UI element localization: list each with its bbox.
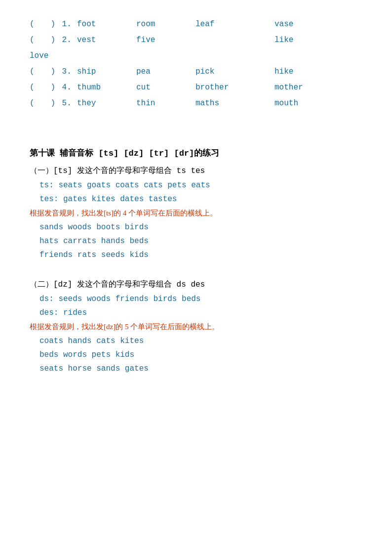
ts-line: ts: seats goats coats cats pets eats [30,181,362,190]
spacer-2 [30,264,362,279]
num-2: 2. [57,36,72,44]
word-3-2: pea [136,67,196,76]
word-4-1: thumb [77,83,136,92]
paren-open-2: ( [30,36,35,44]
word-2-1: vest [77,36,136,44]
word-5-4: mouth [274,99,298,108]
word-5-2: thin [136,99,196,108]
exercise-row-3: ( ) 3. ship pea pick hike [30,67,362,76]
word-2-2: five [136,36,196,44]
paren-close-1: ) [37,20,55,29]
exercise-row-1: ( ) 1. foot room leaf vase [30,20,362,29]
word-5-3: maths [196,99,274,108]
ts-practice-row-3: friends rats seeds kids [30,251,362,259]
lesson10-section: 第十课 辅音音标 [ts] [dz] [tr] [dr]的练习 （一）[ts] … [30,147,362,373]
ts-instruction: 根据发音规则，找出发[ts]的 4 个单词写在后面的横线上。 [30,209,362,218]
word-4-2: cut [136,83,196,92]
word-1-2: room [136,20,196,29]
dz-practice-row-3: seats horse sands gates [30,364,362,373]
ts-practice-row-2: hats carrats hands beds [30,237,362,246]
paren-close-3: ) [37,67,55,76]
paren-close-4: ) [37,83,55,92]
tes-line: tes: gates kites dates tastes [30,195,362,204]
word-2-4: like [274,36,293,44]
word-1-1: foot [77,20,136,29]
num-1: 1. [57,20,72,29]
ts-practice-row-1: sands woods boots birds [30,223,362,232]
word-1-3: leaf [196,20,274,29]
dz-practice-row-1: coats hands cats kites [30,337,362,345]
dz-instruction: 根据发音规则，找出发[dz]的 5 个单词写在后面的横线上。 [30,322,362,332]
section-dz: （二）[dz] 发这个音的字母和字母组合 ds des ds: seeds wo… [30,279,362,373]
word-3-3: pick [196,67,274,76]
word-3-1: ship [77,67,136,76]
paren-close-2: ) [37,36,55,44]
word-5-1: they [77,99,136,108]
num-5: 5. [57,99,72,108]
word-4-3: brother [196,83,274,92]
spacer-1 [30,118,362,132]
paren-open-3: ( [30,67,35,76]
exercise-row-5: ( ) 5. they thin maths mouth [30,99,362,108]
paren-open-1: ( [30,20,35,29]
ds-line: ds: seeds woods friends birds beds [30,295,362,303]
exercise-row-4: ( ) 4. thumb cut brother mother [30,83,362,92]
word-1-4: vase [274,20,293,29]
exercise-row-2: ( ) 2. vest five like [30,36,362,44]
paren-close-5: ) [37,99,55,108]
dz-subtitle: （二）[dz] 发这个音的字母和字母组合 ds des [30,279,362,290]
num-3: 3. [57,67,72,76]
ts-subtitle: （一）[ts] 发这个音的字母和字母组合 ts tes [30,166,362,176]
word-3-4: hike [274,67,293,76]
section-ts: （一）[ts] 发这个音的字母和字母组合 ts tes ts: seats go… [30,166,362,259]
word-4-4: mother [274,83,303,92]
des-line: des: rides [30,308,362,317]
lesson10-title: 第十课 辅音音标 [ts] [dz] [tr] [dr]的练习 [30,147,362,159]
num-4: 4. [57,83,72,92]
paren-open-4: ( [30,83,35,92]
love-word: love [30,51,362,60]
dz-practice-row-2: beds words pets kids [30,350,362,359]
exercise-section: ( ) 1. foot room leaf vase ( ) 2. vest f… [30,20,362,108]
paren-open-5: ( [30,99,35,108]
